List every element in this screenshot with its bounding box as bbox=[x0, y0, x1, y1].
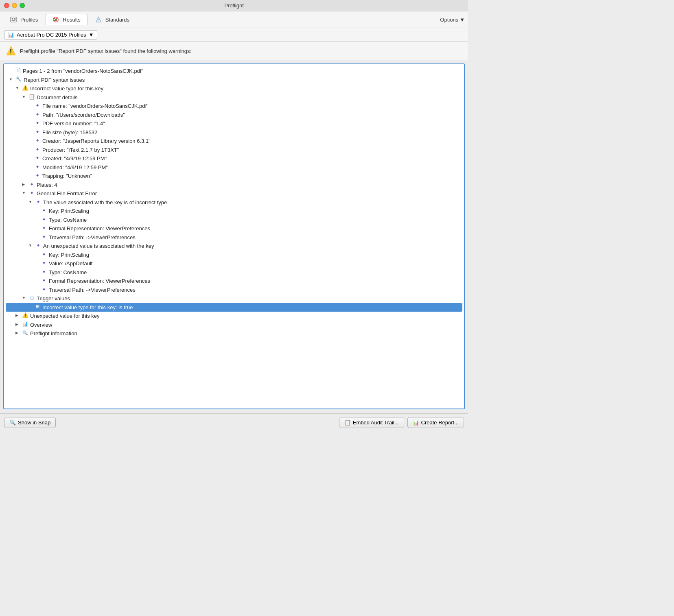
diamond-icon: ◆ bbox=[34, 129, 41, 135]
tree-node[interactable]: ◆Traversal Path: ->ViewerPreferences bbox=[6, 233, 462, 242]
embed-audit-icon: 📋 bbox=[344, 419, 351, 426]
warning-banner-text: Preflight profile "Report PDF syntax iss… bbox=[20, 48, 191, 54]
tree-node[interactable]: ◆The value associated with the key is of… bbox=[6, 198, 462, 207]
tree-node[interactable]: ◆Path: "/Users/scordero/Downloads" bbox=[6, 111, 462, 120]
tree-node[interactable]: 📄Pages 1 - 2 from "vendorOrders-NotoSans… bbox=[6, 67, 462, 76]
tree-container[interactable]: 📄Pages 1 - 2 from "vendorOrders-NotoSans… bbox=[3, 63, 465, 409]
chevron-right-icon bbox=[15, 322, 21, 328]
node-text: Path: "/Users/scordero/Downloads" bbox=[42, 111, 462, 119]
tree-node[interactable]: ◆Type: CosName bbox=[6, 216, 462, 225]
tree-node[interactable]: 🔍Preflight information bbox=[6, 329, 462, 338]
overview-icon: 📊 bbox=[22, 321, 28, 328]
tree-node[interactable]: ◆Plates: 4 bbox=[6, 181, 462, 190]
tree-node[interactable]: ◆An unexpected value is associated with … bbox=[6, 242, 462, 251]
maximize-button[interactable] bbox=[20, 3, 25, 8]
show-in-snap-button[interactable]: 🔍 Show in Snap bbox=[4, 417, 56, 428]
chevron-down-icon bbox=[22, 94, 28, 100]
embed-audit-label: Embed Audit Trail... bbox=[353, 419, 399, 426]
chevron-down-icon bbox=[9, 77, 15, 83]
bottom-bar: 🔍 Show in Snap 📋 Embed Audit Trail... 📊 … bbox=[0, 413, 468, 431]
results-icon bbox=[53, 16, 59, 23]
tree-node[interactable]: ◆Modified: "4/9/19 12:59 PM" bbox=[6, 163, 462, 172]
profile-dropdown[interactable]: 📊 Acrobat Pro DC 2015 Profiles ▼ bbox=[4, 30, 97, 39]
diamond-icon: ◆ bbox=[41, 207, 47, 214]
svg-point-10 bbox=[98, 21, 98, 21]
tree-node[interactable]: ⚠️Incorrect value type for this key bbox=[6, 84, 462, 93]
warning-banner-icon: ⚠️ bbox=[6, 46, 16, 56]
tree-node[interactable]: ◆Formal Representation: ViewerPreference… bbox=[6, 224, 462, 233]
tree-node[interactable]: ◆Key: PrintScaling bbox=[6, 251, 462, 260]
node-text: Unexpected value for this key bbox=[30, 312, 462, 320]
node-text: Key: PrintScaling bbox=[49, 207, 462, 215]
tree-node[interactable]: ⊞Incorrect value type for this key: is t… bbox=[6, 303, 462, 312]
show-in-snap-icon: 🔍 bbox=[9, 419, 16, 426]
diamond-icon: ◆ bbox=[41, 216, 47, 223]
diamond-icon: ◆ bbox=[41, 225, 47, 231]
tree-node[interactable]: ◆Formal Representation: ViewerPreference… bbox=[6, 277, 462, 286]
tab-results-label: Results bbox=[63, 17, 80, 23]
diamond-icon: ◆ bbox=[34, 146, 41, 153]
trigger-icon: ⊞ bbox=[28, 295, 35, 301]
node-text: Report PDF syntax issues bbox=[24, 76, 462, 84]
minimize-button[interactable] bbox=[12, 3, 17, 8]
tree-node[interactable]: ◆General File Format Error bbox=[6, 189, 462, 198]
node-text: Formal Representation: ViewerPreferences bbox=[49, 277, 462, 285]
node-text: Created: "4/9/19 12:59 PM" bbox=[42, 155, 462, 163]
diamond-icon: ◆ bbox=[41, 260, 47, 266]
title-bar: Preflight bbox=[0, 0, 468, 11]
tree-node[interactable]: ◆Traversal Path: ->ViewerPreferences bbox=[6, 286, 462, 295]
tree-node[interactable]: ◆Creator: "JasperReports Library version… bbox=[6, 137, 462, 146]
tree-node[interactable]: ◆Key: PrintScaling bbox=[6, 207, 462, 216]
node-text: Incorrect value type for this key: is tr… bbox=[42, 304, 462, 312]
tab-results[interactable]: Results bbox=[46, 14, 87, 25]
tree-node[interactable]: 🔧Report PDF syntax issues bbox=[6, 76, 462, 85]
tree-node[interactable]: ◆Producer: "iText 2.1.7 by 1T3XT" bbox=[6, 146, 462, 155]
tab-standards[interactable]: Standards bbox=[88, 14, 136, 25]
node-text: Modified: "4/9/19 12:59 PM" bbox=[42, 164, 462, 172]
node-text: Trigger values bbox=[37, 295, 462, 303]
profile-dropdown-icon: 📊 bbox=[8, 32, 14, 38]
profiles-icon bbox=[10, 16, 17, 23]
tree-node[interactable]: ◆Created: "4/9/19 12:59 PM" bbox=[6, 154, 462, 163]
diamond-icon: ◆ bbox=[34, 102, 41, 109]
diamond-icon: ◆ bbox=[34, 111, 41, 118]
tree-node[interactable]: ◆File name: "vendorOrders-NotoSansCJK.pd… bbox=[6, 102, 462, 111]
standards-icon bbox=[95, 16, 102, 23]
node-text: The value associated with the key is of … bbox=[43, 199, 462, 207]
node-text: PDF version number: "1.4" bbox=[42, 120, 462, 128]
node-text: Traversal Path: ->ViewerPreferences bbox=[49, 286, 462, 294]
tree-node[interactable]: ◆Trapping: "Unknown" bbox=[6, 172, 462, 181]
node-text: An unexpected value is associated with t… bbox=[43, 242, 462, 250]
tree-node[interactable]: ⚠️Unexpected value for this key bbox=[6, 312, 462, 321]
tree-node[interactable]: 📊Overview bbox=[6, 321, 462, 330]
close-button[interactable] bbox=[4, 3, 9, 8]
tree-node[interactable]: ⊞Trigger values bbox=[6, 294, 462, 303]
diamond-icon: ◆ bbox=[34, 120, 41, 126]
tree-node[interactable]: ◆Value: /AppDefault bbox=[6, 259, 462, 268]
tab-standards-label: Standards bbox=[105, 17, 129, 23]
profile-dropdown-label: Acrobat Pro DC 2015 Profiles bbox=[17, 32, 86, 38]
node-text: Traversal Path: ->ViewerPreferences bbox=[49, 234, 462, 242]
create-report-label: Create Report... bbox=[421, 419, 459, 426]
create-report-icon: 📊 bbox=[413, 419, 419, 426]
chevron-down-icon bbox=[22, 190, 28, 196]
tree-node[interactable]: ◆Type: CosName bbox=[6, 268, 462, 277]
create-report-button[interactable]: 📊 Create Report... bbox=[407, 417, 464, 428]
chevron-down-icon bbox=[28, 199, 34, 205]
chevron-right-icon bbox=[15, 330, 21, 336]
node-text: Formal Representation: ViewerPreferences bbox=[49, 225, 462, 233]
node-text: Trapping: "Unknown" bbox=[42, 172, 462, 180]
diamond-icon: ◆ bbox=[41, 286, 47, 293]
tab-profiles[interactable]: Profiles bbox=[3, 14, 45, 25]
diamond-icon: ◆ bbox=[28, 190, 35, 196]
embed-audit-trail-button[interactable]: 📋 Embed Audit Trail... bbox=[339, 417, 404, 428]
trigger-icon: ⊞ bbox=[34, 304, 41, 310]
tree-node[interactable]: ◆PDF version number: "1.4" bbox=[6, 119, 462, 128]
diamond-icon: ◆ bbox=[41, 251, 47, 258]
tree-node[interactable]: ◆File size (byte): 158532 bbox=[6, 128, 462, 137]
tree-node[interactable]: 📋Document details bbox=[6, 93, 462, 102]
node-text: File size (byte): 158532 bbox=[42, 129, 462, 137]
options-button[interactable]: Options ▼ bbox=[440, 17, 465, 23]
chevron-down-icon bbox=[28, 243, 34, 249]
node-text: Type: CosName bbox=[49, 216, 462, 224]
